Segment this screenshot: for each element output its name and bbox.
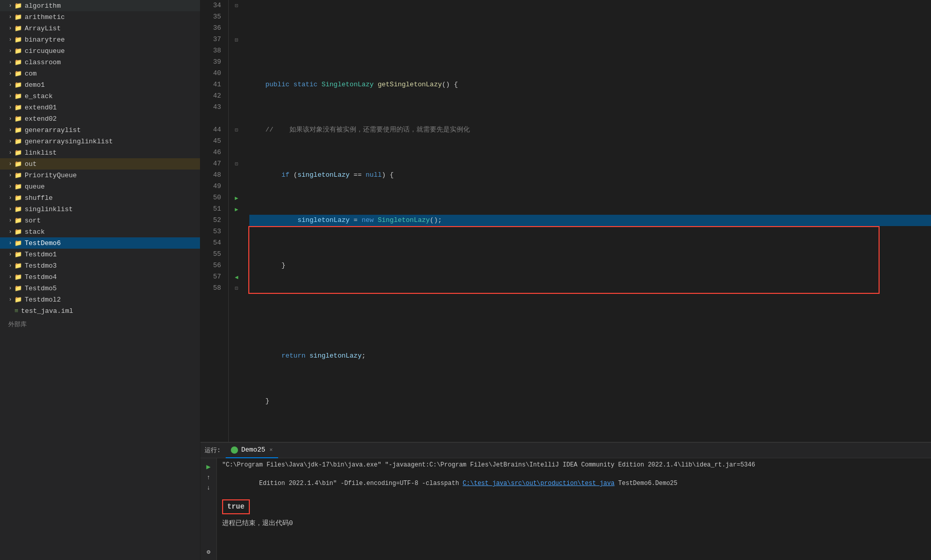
folder-icon: 📁 (14, 138, 22, 145)
gutter-cell: ⊡ (229, 34, 244, 45)
sidebar-item-stack[interactable]: › 📁 stack (0, 226, 200, 237)
sidebar-item-testdmo1[interactable]: › 📁 Testdmo1 (0, 249, 200, 260)
folder-icon: 📁 (14, 262, 22, 270)
folder-icon: 📁 (14, 149, 22, 157)
sidebar-item-label: arithmetic (25, 13, 65, 21)
sidebar-item-demo1[interactable]: › 📁 demo1 (0, 79, 200, 90)
sidebar-item-algorithm[interactable]: › 📁 algorithm (0, 0, 200, 11)
gutter-cell (229, 11, 244, 23)
line-number: 56 (200, 260, 224, 271)
sidebar-item-testdemo6[interactable]: › 📁 TestDemo6 (0, 237, 200, 249)
line-number: 58 (200, 283, 224, 294)
expand-arrow: › (6, 150, 14, 156)
run-cmd-link[interactable]: C:\test_java\src\out\production\test_jav… (463, 480, 614, 487)
sidebar-item-extend02[interactable]: › 📁 extend02 (0, 113, 200, 124)
sidebar-item-testdmo4[interactable]: › 📁 Testdmo4 (0, 271, 200, 283)
sidebar-section-external: 外部库 (0, 319, 200, 330)
run-content-area: ▶ ↑ ↓ ⚙ "C:\Program Files\Java\jdk-17\bi… (200, 458, 931, 560)
run-status-icon (231, 446, 238, 454)
sidebar-item-binarytree[interactable]: › 📁 binarytree (0, 34, 200, 45)
line-number: 35 (200, 11, 224, 23)
external-libs-label: 外部库 (8, 320, 27, 329)
expand-arrow: › (6, 26, 14, 31)
sidebar-item-label: out (25, 160, 36, 168)
sidebar-item-testdmo3[interactable]: › 📁 Testdmo3 (0, 260, 200, 271)
sidebar-item-queue[interactable]: › 📁 queue (0, 181, 200, 192)
sidebar-item-classroom[interactable]: › 📁 classroom (0, 57, 200, 68)
sidebar-item-label: ArrayList (25, 25, 61, 32)
line-number: 55 (200, 249, 224, 260)
run-play-button[interactable]: ▶ (206, 462, 210, 471)
line-number: 50 (200, 192, 224, 203)
gutter-cell (229, 170, 244, 181)
file-tree-sidebar: › 📁 algorithm › 📁 arithmetic › 📁 ArrayLi… (0, 0, 200, 560)
sidebar-item-linklist[interactable]: › 📁 linklist (0, 147, 200, 158)
sidebar-item-priorityqueue[interactable]: › 📁 PriorityQueue (0, 170, 200, 181)
run-tab-label: Demo25 (241, 446, 265, 454)
sidebar-item-shuffle[interactable]: › 📁 shuffle (0, 192, 200, 203)
gutter-cell (229, 249, 244, 260)
gutter-cell (229, 102, 244, 113)
folder-icon: 📁 (14, 172, 22, 179)
expand-arrow: › (6, 82, 14, 88)
gutter-cell (229, 57, 244, 68)
run-up-button[interactable]: ↑ (207, 474, 210, 481)
run-output-area[interactable]: "C:\Program Files\Java\jdk-17\bin\java.e… (217, 458, 931, 560)
sidebar-item-label: algorithm (25, 2, 61, 10)
gutter-cell: ⊡ (229, 124, 244, 136)
code-content[interactable]: public static SingletonLazy getSingleton… (244, 0, 931, 442)
file-icon: ≡ (14, 307, 19, 315)
sidebar-item-sort[interactable]: › 📁 sort (0, 215, 200, 226)
sidebar-item-generarraylist[interactable]: › 📁 generarraylist (0, 124, 200, 136)
expand-arrow: › (6, 116, 14, 122)
folder-icon: 📁 (14, 70, 22, 78)
gutter-cell (229, 181, 244, 192)
gutter-cell (229, 260, 244, 271)
folder-icon: 📁 (14, 81, 22, 89)
folder-icon: 📁 (14, 47, 22, 55)
sidebar-item-label: generarraylist (25, 126, 81, 134)
sidebar-item-singlinklist[interactable]: › 📁 singlinklist (0, 203, 200, 215)
sidebar-item-com[interactable]: › 📁 com (0, 68, 200, 79)
sidebar-item-label: binarytree (25, 36, 65, 44)
run-settings-button[interactable]: ⚙ (207, 548, 210, 556)
code-line-34: public static SingletonLazy getSingleton… (249, 79, 931, 90)
sidebar-item-label: extend01 (25, 104, 57, 111)
sidebar-item-arraylist[interactable]: › 📁 ArrayList (0, 23, 200, 34)
folder-icon: 📁 (14, 115, 22, 123)
folder-icon-orange: 📁 (14, 160, 22, 168)
sidebar-item-test-java-iml[interactable]: › ≡ test_java.iml (0, 305, 200, 316)
sidebar-item-label: linklist (25, 149, 57, 157)
code-line-37: singletonLazy = new SingletonLazy(); (249, 215, 931, 226)
sidebar-item-label: sort (25, 217, 41, 225)
folder-icon: 📁 (14, 92, 22, 100)
line-number: 43 (200, 102, 224, 113)
sidebar-item-label: circuqueue (25, 47, 65, 55)
line-number: 34 (200, 0, 224, 11)
sidebar-item-testdmol2[interactable]: › 📁 Testdmol2 (0, 294, 200, 305)
line-number (200, 113, 224, 124)
sidebar-item-extend01[interactable]: › 📁 extend01 (0, 102, 200, 113)
sidebar-item-e_stack[interactable]: › 📁 e_stack (0, 90, 200, 102)
expand-arrow: › (6, 297, 14, 303)
expand-arrow: › (6, 3, 14, 9)
run-tab-demo25[interactable]: Demo25 × (226, 443, 278, 458)
run-settings-buttons: ⚙ (207, 548, 210, 556)
sidebar-item-label: e_stack (25, 92, 53, 100)
expand-arrow: › (6, 14, 14, 20)
editor-gutter: ⊡ ⊡ ⊡ ⊡ ▶ ▶ (229, 0, 244, 442)
sidebar-item-circuqueue[interactable]: › 📁 circuqueue (0, 45, 200, 57)
gutter-cell (229, 237, 244, 249)
run-label: 运行: (205, 446, 221, 455)
folder-icon: 📁 (14, 13, 22, 21)
sidebar-item-generarraysinglinklist[interactable]: › 📁 generarraysinglinklist (0, 136, 200, 147)
sidebar-item-arithmetic[interactable]: › 📁 arithmetic (0, 11, 200, 23)
tab-close-button[interactable]: × (269, 447, 273, 453)
gutter-cell (229, 79, 244, 90)
folder-icon: 📁 (14, 285, 22, 292)
gutter-cell (229, 90, 244, 102)
folder-icon: 📁 (14, 2, 22, 10)
run-down-button[interactable]: ↓ (207, 484, 210, 492)
sidebar-item-testdmo5[interactable]: › 📁 Testdmo5 (0, 283, 200, 294)
sidebar-item-out[interactable]: › 📁 out (0, 158, 200, 170)
